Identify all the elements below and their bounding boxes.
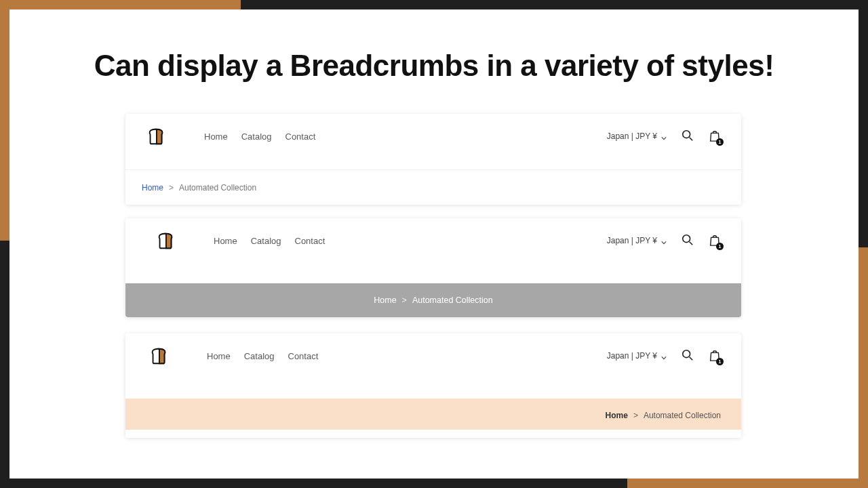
locale-label: Japan | JPY ¥ (607, 351, 657, 361)
svg-line-1 (690, 137, 693, 140)
nav-link-catalog[interactable]: Catalog (241, 131, 272, 142)
cart-count-badge: 1 (716, 358, 724, 365)
svg-point-4 (683, 350, 690, 357)
breadcrumb-style-3: Home > Automated Collection (125, 399, 741, 432)
nav-link-home[interactable]: Home (204, 131, 228, 142)
nav-links: Home Catalog Contact (207, 351, 318, 361)
outer-frame: Can display a Breadcrumbs in a variety o… (0, 0, 868, 488)
locale-selector[interactable]: Japan | JPY ¥ (607, 236, 667, 245)
bread-logo-icon (149, 346, 169, 366)
search-icon[interactable] (682, 129, 694, 144)
nav-link-contact[interactable]: Contact (285, 131, 316, 142)
svg-point-0 (683, 130, 690, 138)
nav-link-catalog[interactable]: Catalog (244, 351, 275, 361)
example-card-2: Home Catalog Contact Japan | JPY ¥ (125, 218, 741, 317)
locale-label: Japan | JPY ¥ (607, 131, 657, 141)
bread-logo-icon (155, 230, 176, 251)
breadcrumb-separator: > (402, 296, 407, 305)
navbar: Home Catalog Contact Japan | JPY ¥ (125, 218, 741, 263)
svg-line-3 (690, 241, 693, 245)
bread-logo-icon (146, 126, 166, 146)
nav-links: Home Catalog Contact (214, 236, 325, 246)
locale-label: Japan | JPY ¥ (607, 236, 657, 245)
svg-line-5 (690, 357, 693, 360)
slide-heading: Can display a Breadcrumbs in a variety o… (9, 49, 859, 83)
search-icon[interactable] (682, 349, 694, 363)
breadcrumb-style-2: Home > Automated Collection (125, 283, 741, 317)
navbar: Home Catalog Contact Japan | JPY ¥ (125, 114, 741, 159)
navbar: Home Catalog Contact Japan | JPY ¥ (125, 333, 741, 378)
example-card-1: Home Catalog Contact Japan | JPY ¥ (125, 114, 741, 205)
breadcrumb-style-1: Home > Automated Collection (125, 169, 741, 205)
cart-button[interactable]: 1 (709, 233, 721, 249)
breadcrumb-home[interactable]: Home (142, 183, 163, 192)
breadcrumb-current: Automated Collection (644, 411, 721, 420)
locale-selector[interactable]: Japan | JPY ¥ (607, 351, 667, 361)
nav-link-catalog[interactable]: Catalog (251, 236, 281, 246)
nav-link-home[interactable]: Home (214, 236, 237, 246)
nav-link-contact[interactable]: Contact (288, 351, 319, 361)
cart-button[interactable]: 1 (709, 129, 721, 144)
breadcrumb-home[interactable]: Home (606, 411, 628, 420)
nav-link-home[interactable]: Home (207, 351, 231, 361)
breadcrumb-current: Automated Collection (412, 296, 493, 305)
search-icon[interactable] (682, 234, 694, 248)
chevron-down-icon (661, 134, 667, 139)
breadcrumb-home[interactable]: Home (374, 296, 396, 305)
cart-count-badge: 1 (716, 243, 724, 250)
chevron-down-icon (661, 353, 667, 359)
chevron-down-icon (661, 238, 667, 243)
svg-point-2 (683, 235, 690, 242)
breadcrumb-separator: > (633, 411, 638, 420)
cart-button[interactable]: 1 (709, 348, 721, 364)
nav-links: Home Catalog Contact (204, 131, 315, 142)
locale-selector[interactable]: Japan | JPY ¥ (607, 131, 667, 141)
breadcrumb-separator: > (169, 183, 174, 192)
cart-count-badge: 1 (716, 138, 724, 146)
breadcrumb-current: Automated Collection (179, 183, 256, 192)
example-card-3: Home Catalog Contact Japan | JPY ¥ (125, 333, 741, 438)
nav-link-contact[interactable]: Contact (295, 236, 326, 246)
slide: Can display a Breadcrumbs in a variety o… (9, 9, 859, 479)
